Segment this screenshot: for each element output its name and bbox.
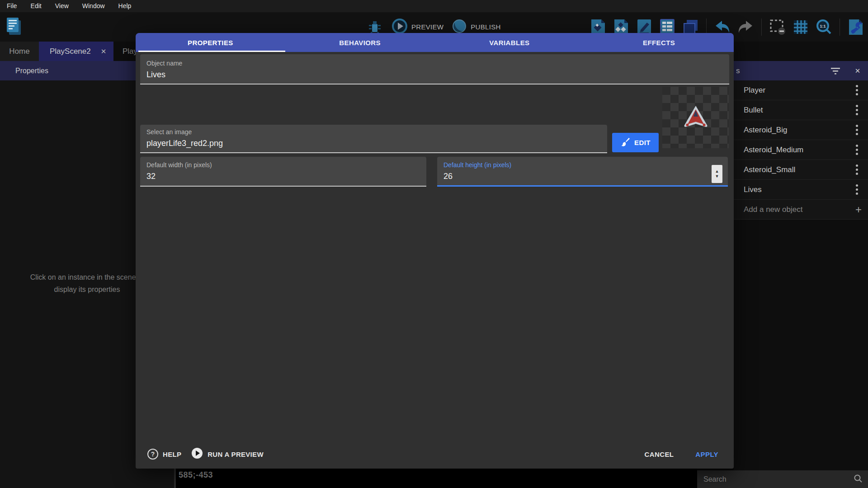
image-preview: [662, 87, 729, 148]
object-properties-dialog: PROPERTIES BEHAVIORS VARIABLES EFFECTS O…: [136, 33, 734, 469]
preview-label: PREVIEW: [411, 23, 443, 31]
menu-help[interactable]: Help: [112, 0, 138, 12]
tab-variables-label: VARIABLES: [489, 39, 529, 47]
wrench-icon[interactable]: [847, 18, 864, 37]
object-name-label: Object name: [146, 60, 182, 67]
object-name: Lives: [734, 185, 854, 194]
menu-bar: File Edit View Window Help: [0, 0, 868, 12]
tab-close-icon[interactable]: ✕: [101, 47, 107, 56]
object-name-field[interactable]: Object name Lives: [140, 54, 729, 84]
object-name: Player: [734, 86, 854, 95]
run-preview-label: RUN A PREVIEW: [208, 450, 264, 458]
publish-label: PUBLISH: [471, 23, 500, 31]
cursor-coordinates: 585;-453: [179, 470, 213, 480]
object-row-player[interactable]: Player: [734, 80, 868, 100]
stepper-down-icon[interactable]: ▼: [715, 174, 719, 179]
default-width-field[interactable]: Default width (in pixels) 32: [140, 157, 426, 187]
objects-panel: s ✕ Player Bullet Asteroid_Big Asteroid_…: [734, 61, 868, 488]
one-to-one-text: 1:1: [820, 24, 826, 28]
tab-playscene2[interactable]: PlayScene2 ✕: [39, 42, 113, 61]
object-menu-icon[interactable]: [854, 103, 860, 117]
object-row-lives[interactable]: Lives: [734, 180, 868, 200]
toolbar-divider: [761, 19, 762, 36]
menu-edit[interactable]: Edit: [24, 0, 48, 12]
image-select-field[interactable]: Select an image playerLife3_red2.png: [140, 125, 607, 153]
object-row-asteroid-small[interactable]: Asteroid_Small: [734, 160, 868, 180]
zoom-1-1-icon[interactable]: 1:1: [815, 18, 832, 37]
properties-panel-title: Properties: [15, 67, 48, 75]
object-menu-icon[interactable]: [854, 183, 860, 197]
object-name: Asteroid_Small: [734, 165, 854, 174]
default-height-value[interactable]: 26: [443, 172, 453, 181]
objects-panel-header: s ✕: [734, 61, 868, 80]
status-divider: [174, 469, 176, 488]
tab-effects-label: EFFECTS: [643, 39, 675, 47]
redo-icon[interactable]: [737, 18, 754, 37]
panel-close-icon[interactable]: ✕: [852, 67, 863, 75]
tab-effects[interactable]: EFFECTS: [584, 33, 734, 52]
help-label: HELP: [163, 450, 181, 458]
menu-window[interactable]: Window: [75, 0, 112, 12]
menu-view[interactable]: View: [48, 0, 75, 12]
canvas-status-strip: 585;-453: [176, 469, 697, 488]
object-name: Bullet: [734, 106, 854, 115]
gdevelop-editor: File Edit View Window Help: [0, 0, 868, 488]
dialog-footer: ? HELP RUN A PREVIEW CANCEL APPLY: [136, 440, 734, 469]
object-row-asteroid-medium[interactable]: Asteroid_Medium: [734, 140, 868, 160]
object-menu-icon[interactable]: [854, 163, 860, 177]
image-select-label: Select an image: [146, 128, 192, 136]
field-underline: [140, 84, 729, 84]
run-preview-button[interactable]: RUN A PREVIEW: [191, 447, 264, 461]
project-manager-icon[interactable]: [5, 16, 24, 38]
edit-image-button[interactable]: EDIT: [612, 133, 659, 152]
object-menu-icon[interactable]: [854, 83, 860, 97]
paintbrush-icon: [620, 137, 630, 149]
cancel-button[interactable]: CANCEL: [644, 450, 674, 458]
tab-properties[interactable]: PROPERTIES: [136, 33, 285, 52]
help-button[interactable]: ? HELP: [147, 449, 181, 460]
field-underline-focused: [437, 185, 728, 187]
object-name-value[interactable]: Lives: [146, 70, 165, 80]
height-stepper[interactable]: ▲ ▼: [712, 165, 722, 183]
deselect-icon[interactable]: [769, 18, 786, 37]
tab-behaviors[interactable]: BEHAVIORS: [285, 33, 435, 52]
object-menu-icon[interactable]: [854, 123, 860, 137]
ship-sprite: [683, 104, 709, 131]
tab-home-label: Home: [9, 47, 29, 56]
object-row-asteroid-big[interactable]: Asteroid_Big: [734, 120, 868, 140]
object-name: Asteroid_Medium: [734, 145, 854, 155]
tab-properties-label: PROPERTIES: [188, 39, 233, 47]
default-height-field[interactable]: Default height (in pixels) 26 ▲ ▼: [437, 157, 728, 187]
field-underline: [140, 186, 426, 187]
toolbar-divider: [840, 19, 840, 36]
default-height-label: Default height (in pixels): [443, 161, 511, 169]
objects-panel-title-fragment: s: [736, 66, 830, 75]
tab-variables[interactable]: VARIABLES: [435, 33, 585, 52]
grid-icon[interactable]: [792, 18, 809, 37]
tab-playscene2-label: PlayScene2: [50, 47, 91, 56]
edit-button-label: EDIT: [634, 139, 651, 146]
tab-home[interactable]: Home: [0, 42, 39, 61]
menu-file[interactable]: File: [0, 0, 24, 12]
active-tab-underline: [138, 51, 285, 52]
apply-button[interactable]: APPLY: [695, 450, 718, 458]
field-underline: [140, 152, 607, 153]
add-object-label: Add a new object: [734, 205, 855, 214]
instances-search-bar: [697, 470, 868, 488]
default-width-label: Default width (in pixels): [146, 161, 212, 169]
object-row-bullet[interactable]: Bullet: [734, 100, 868, 120]
search-input[interactable]: [697, 475, 854, 483]
search-icon: [854, 474, 863, 485]
object-menu-icon[interactable]: [854, 143, 860, 157]
stepper-up-icon[interactable]: ▲: [715, 169, 719, 174]
add-object-plus-icon[interactable]: +: [855, 205, 862, 214]
image-filename-value[interactable]: playerLife3_red2.png: [146, 139, 223, 148]
object-name: Asteroid_Big: [734, 126, 854, 135]
default-width-value[interactable]: 32: [146, 172, 156, 181]
filter-icon[interactable]: [830, 67, 842, 75]
help-icon: ?: [147, 449, 158, 460]
dialog-tab-bar: PROPERTIES BEHAVIORS VARIABLES EFFECTS: [136, 33, 734, 52]
tab-behaviors-label: BEHAVIORS: [339, 39, 381, 47]
run-preview-play-icon: [191, 447, 203, 461]
add-object-row[interactable]: Add a new object +: [734, 200, 868, 220]
